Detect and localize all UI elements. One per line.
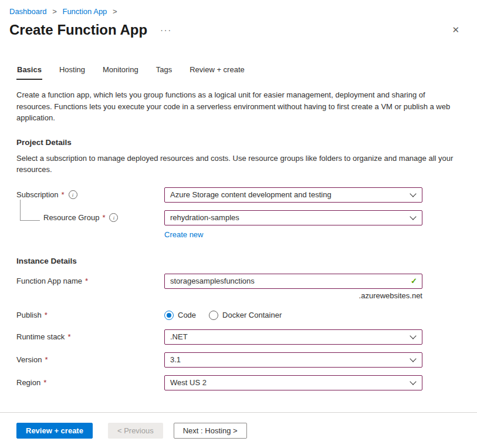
radio-code-label: Code (178, 311, 196, 319)
breadcrumb-link-dashboard[interactable]: Dashboard (9, 7, 47, 16)
project-details-heading: Project Details (16, 138, 461, 147)
tab-basics[interactable]: Basics (16, 65, 42, 80)
required-asterisk: * (45, 355, 48, 364)
close-icon[interactable]: ✕ (452, 25, 459, 35)
chevron-down-icon (410, 378, 416, 385)
tab-hosting[interactable]: Hosting (59, 65, 86, 80)
create-new-link[interactable]: Create new (164, 230, 203, 239)
region-label-text: Region (16, 378, 40, 387)
breadcrumb: Dashboard > Function App > (9, 7, 468, 16)
more-options-icon[interactable]: ··· (160, 25, 172, 35)
runtime-stack-label-text: Runtime stack (16, 332, 65, 341)
required-asterisk: * (102, 213, 105, 222)
publish-row: Publish * Code Docker Container (16, 311, 461, 320)
chevron-down-icon (410, 190, 416, 197)
version-row: Version * 3.1 (16, 352, 461, 368)
resource-group-dropdown[interactable]: rehydration-samples (164, 210, 422, 225)
resource-group-value: rehydration-samples (170, 213, 239, 222)
blade-header: Create Function App ··· ✕ (9, 22, 468, 38)
radio-unselected-icon (209, 311, 218, 320)
domain-suffix-row: .azurewebsites.net (16, 291, 461, 300)
resource-group-row: Resource Group * i rehydration-samples (16, 210, 461, 225)
breadcrumb-separator: > (113, 7, 117, 16)
tab-bar: Basics Hosting Monitoring Tags Review + … (16, 65, 461, 80)
runtime-stack-value: .NET (170, 332, 188, 341)
tab-monitoring[interactable]: Monitoring (102, 65, 139, 80)
region-row: Region * West US 2 (16, 375, 461, 390)
subscription-dropdown[interactable]: Azure Storage content development and te… (164, 187, 422, 203)
publish-label: Publish * (16, 311, 164, 319)
hierarchy-connector-line (20, 200, 40, 221)
subscription-row: Subscription * i Azure Storage content d… (16, 187, 461, 203)
chevron-down-icon (410, 213, 416, 220)
wizard-footer: Review + create < Previous Next : Hostin… (0, 412, 477, 448)
publish-radio-group: Code Docker Container (164, 311, 422, 320)
previous-button[interactable]: < Previous (108, 423, 163, 439)
required-asterisk: * (85, 277, 88, 285)
required-asterisk: * (67, 332, 70, 341)
create-new-row: Create new (16, 230, 461, 239)
required-asterisk: * (62, 190, 65, 199)
breadcrumb-link-function-app[interactable]: Function App (62, 7, 107, 16)
function-app-name-row: Function App name * ✓ (16, 274, 461, 289)
domain-suffix-text: .azurewebsites.net (164, 291, 422, 300)
project-details-description: Select a subscription to manage deployed… (16, 153, 461, 176)
subscription-label: Subscription * i (16, 190, 164, 199)
instance-details-form: Function App name * ✓ .azurewebsites.net (16, 274, 461, 390)
tab-review-create[interactable]: Review + create (189, 65, 245, 80)
radio-docker-label: Docker Container (222, 311, 282, 319)
required-asterisk: * (43, 378, 46, 387)
info-icon[interactable]: i (69, 190, 77, 199)
tab-tags[interactable]: Tags (155, 65, 172, 80)
resource-group-label-text: Resource Group (43, 213, 99, 222)
region-label: Region * (16, 378, 164, 387)
page-title: Create Function App (9, 22, 147, 38)
version-label: Version * (16, 355, 164, 364)
region-value: West US 2 (170, 378, 207, 387)
version-label-text: Version (16, 355, 42, 364)
subscription-label-text: Subscription (16, 190, 59, 199)
breadcrumb-separator: > (52, 7, 57, 16)
resource-group-label: Resource Group * i (16, 213, 164, 222)
project-details-form: Subscription * i Azure Storage content d… (16, 187, 461, 239)
chevron-down-icon (410, 332, 416, 339)
intro-text: Create a function app, which lets you gr… (16, 89, 461, 124)
create-function-app-blade: Dashboard > Function App > Create Functi… (0, 0, 477, 448)
runtime-stack-label: Runtime stack * (16, 332, 164, 341)
radio-selected-icon (164, 311, 174, 320)
function-app-name-label-text: Function App name (16, 277, 82, 285)
next-hosting-button[interactable]: Next : Hosting > (174, 423, 247, 439)
radio-docker-container[interactable]: Docker Container (209, 311, 282, 320)
valid-check-icon: ✓ (411, 277, 417, 285)
required-asterisk: * (45, 311, 48, 319)
version-value: 3.1 (170, 355, 181, 364)
runtime-stack-dropdown[interactable]: .NET (164, 329, 422, 345)
review-create-button[interactable]: Review + create (16, 423, 93, 439)
publish-label-text: Publish (16, 311, 42, 319)
radio-code[interactable]: Code (164, 311, 196, 320)
version-dropdown[interactable]: 3.1 (164, 352, 422, 368)
function-app-name-label: Function App name * (16, 277, 164, 285)
region-dropdown[interactable]: West US 2 (164, 375, 422, 390)
runtime-stack-row: Runtime stack * .NET (16, 329, 461, 345)
info-icon[interactable]: i (109, 213, 118, 222)
instance-details-heading: Instance Details (16, 257, 461, 265)
function-app-name-input[interactable] (164, 274, 422, 289)
subscription-value: Azure Storage content development and te… (170, 190, 331, 199)
chevron-down-icon (410, 355, 416, 362)
